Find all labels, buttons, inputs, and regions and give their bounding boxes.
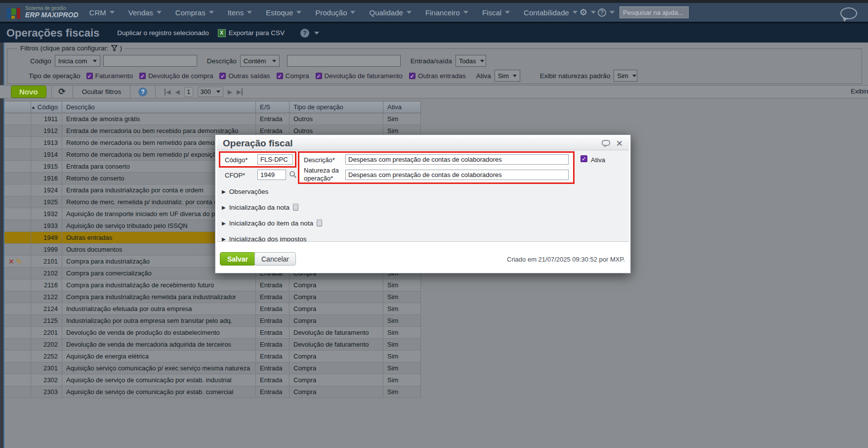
- next-page-icon[interactable]: ▶: [228, 89, 232, 95]
- menu-item-estoque[interactable]: Estoque: [266, 8, 301, 17]
- row-ativa-cell: Sim: [383, 315, 421, 326]
- edit-row-icon[interactable]: ✎: [16, 258, 22, 266]
- previous-page-icon[interactable]: ◀: [175, 89, 180, 95]
- checkbox-checked-icon[interactable]: ✓: [316, 73, 322, 79]
- cfop-search-icon[interactable]: [289, 171, 297, 179]
- section-observa-es[interactable]: ▶ Observações: [222, 186, 268, 197]
- table-row[interactable]: ✕ ✎ 2252 Aquisição de energia elétrica E…: [4, 351, 421, 362]
- menu-item-compras[interactable]: Compras: [175, 8, 214, 17]
- section-label: Observações: [229, 188, 269, 195]
- exibir-naturezas-value: Sim: [617, 72, 628, 80]
- row-tools-cell: ✕ ✎: [4, 184, 31, 196]
- excel-icon: X: [218, 29, 226, 37]
- menu-item-itens[interactable]: Itens: [228, 8, 252, 17]
- menu-item-crm[interactable]: CRM: [89, 8, 115, 17]
- menu-item-label: Vendas: [128, 8, 153, 17]
- checkbox-checked-icon[interactable]: ✓: [219, 73, 226, 79]
- table-row[interactable]: ✕ ✎ 2116 Compra para industrialização de…: [4, 279, 421, 291]
- descricao-operator-select[interactable]: Contém: [240, 55, 280, 67]
- ativa-column-header[interactable]: Ativa: [383, 101, 421, 113]
- tipo-column-header[interactable]: Tipo de operação: [289, 101, 383, 113]
- row-ativa-cell: Sim: [383, 279, 421, 291]
- funnel-icon[interactable]: [111, 45, 118, 51]
- section-inicializa-o-do-item-da-nota[interactable]: ▶ Inicialização do item da nota: [222, 218, 322, 228]
- comment-bubble-icon[interactable]: [602, 140, 610, 146]
- table-row[interactable]: ✕ ✎ 2302 Aquisição de serviço de comunic…: [4, 374, 421, 386]
- tipo-operacao-option: ✓ Faturamento: [86, 72, 133, 80]
- last-page-icon[interactable]: ▶: [237, 89, 243, 95]
- help-menu[interactable]: ?: [598, 8, 615, 17]
- help-icon: ?: [598, 8, 606, 17]
- ocultar-filtros-button[interactable]: Ocultar filtros: [78, 88, 125, 95]
- entrada-saida-select[interactable]: Todas: [455, 55, 486, 67]
- titlebar-help-icon[interactable]: ?: [300, 29, 309, 38]
- page-number[interactable]: 1: [184, 87, 193, 97]
- top-menu-bar: Sistema de gestão ERP MAXIPROD CRM Venda…: [0, 3, 868, 22]
- codigo-operator-select[interactable]: Inicia com: [55, 55, 100, 67]
- menu-item-vendas[interactable]: Vendas: [128, 8, 162, 17]
- es-column-header[interactable]: E/S: [256, 101, 289, 113]
- novo-button[interactable]: Novo: [11, 86, 46, 98]
- settings-menu[interactable]: ⚙: [579, 7, 596, 18]
- delete-row-icon[interactable]: ✕: [8, 258, 14, 265]
- cancelar-button[interactable]: Cancelar: [254, 252, 296, 266]
- page-size-select[interactable]: 300: [198, 87, 223, 97]
- section-inicializa-o-da-nota[interactable]: ▶ Inicialização da nota: [222, 202, 298, 213]
- cfop-field-input[interactable]: [257, 170, 286, 180]
- row-descricao-cell: Devolução de venda de mercadoria adquiri…: [62, 339, 256, 350]
- table-row[interactable]: ✕ ✎ 2301 Aquisição serviço comunicação p…: [4, 362, 421, 374]
- table-row[interactable]: ✕ ✎ 2201 Devolução de venda de produção …: [4, 327, 421, 339]
- first-page-icon[interactable]: ◀: [165, 89, 170, 95]
- chevron-down-icon[interactable]: [314, 32, 319, 35]
- duplicate-record-link[interactable]: Duplicar o registro selecionado: [117, 29, 208, 37]
- checkbox-checked-icon[interactable]: ✓: [139, 73, 146, 79]
- ativa-checkbox[interactable]: ✓: [580, 155, 587, 162]
- dialog-title-bar[interactable]: Operação fiscal ✕: [217, 136, 629, 150]
- table-row[interactable]: ✕ ✎ 2125 Industrialização por outra empr…: [4, 315, 421, 327]
- natureza-field-input[interactable]: [345, 170, 569, 180]
- toolbar-help-icon[interactable]: ?: [138, 88, 147, 96]
- exibindo-label: Exibindo: [851, 88, 868, 95]
- row-descricao-cell: Devolução de venda de produção do estabe…: [62, 327, 256, 338]
- menu-item-fiscal[interactable]: Fiscal: [482, 8, 510, 17]
- export-csv-link[interactable]: Exportar para CSV: [229, 29, 285, 37]
- table-row[interactable]: ✕ ✎ 2303 Aquisição de serviço de comunic…: [4, 386, 421, 398]
- menu-item-contabilidade[interactable]: Contabilidade: [524, 8, 578, 17]
- exibir-naturezas-select[interactable]: Sim: [614, 70, 637, 82]
- menu-item-label: Produção: [315, 8, 347, 17]
- ativa-filter-select[interactable]: Sim: [495, 70, 520, 82]
- descricao-column-header[interactable]: Descrição: [62, 101, 256, 113]
- gear-icon: ⚙: [579, 7, 587, 18]
- menu-item-label: Fiscal: [482, 8, 501, 17]
- chat-bubble-icon[interactable]: [840, 7, 857, 19]
- grid-icon: [293, 204, 298, 211]
- created-info-text: Criado em 21/07/2025 09:30:52 por MXP.: [507, 256, 625, 263]
- menu-item-financeiro[interactable]: Financeiro: [425, 8, 468, 17]
- codigo-field-label: Código*: [225, 156, 248, 164]
- help-search-input[interactable]: [620, 6, 689, 18]
- table-row[interactable]: ✕ ✎ 1911 Entrada de amostra grátis Entra…: [4, 113, 421, 125]
- refresh-icon[interactable]: ⟳: [57, 87, 68, 97]
- filters-panel: Filtros (clique para configurar: ) Códig…: [7, 48, 862, 84]
- chevron-down-icon: [513, 75, 517, 77]
- salvar-button[interactable]: Salvar: [220, 252, 255, 266]
- table-row[interactable]: ✕ ✎ 2124 Industrialização efetuada por o…: [4, 303, 421, 315]
- checkbox-checked-icon[interactable]: ✓: [409, 73, 415, 79]
- expand-arrow-icon: ▶: [222, 221, 226, 226]
- filters-legend[interactable]: Filtros (clique para configurar: ): [17, 45, 125, 52]
- checkbox-checked-icon[interactable]: ✓: [86, 73, 93, 79]
- menu-item-produção[interactable]: Produção: [315, 8, 355, 17]
- codigo-filter-input[interactable]: [103, 55, 197, 67]
- table-row[interactable]: ✕ ✎ 2122 Compra para industrialização re…: [4, 291, 421, 303]
- page-title-bar: Operações fiscais Duplicar o registro se…: [0, 22, 868, 43]
- codigo-column-header[interactable]: ▲ Código: [31, 101, 62, 113]
- tipo-operacao-option: ✓ Devolução de compra: [139, 72, 213, 80]
- descricao-filter-input[interactable]: [287, 55, 401, 67]
- menu-item-qualidade[interactable]: Qualidade: [369, 8, 411, 17]
- table-row[interactable]: ✕ ✎ 2202 Devolução de venda de mercadori…: [4, 339, 421, 351]
- checkbox-checked-icon[interactable]: ✓: [277, 73, 283, 79]
- section-label: Inicialização da nota: [229, 204, 289, 211]
- codigo-field-input[interactable]: [257, 154, 293, 165]
- close-icon[interactable]: ✕: [616, 138, 623, 149]
- descricao-field-input[interactable]: [345, 154, 569, 165]
